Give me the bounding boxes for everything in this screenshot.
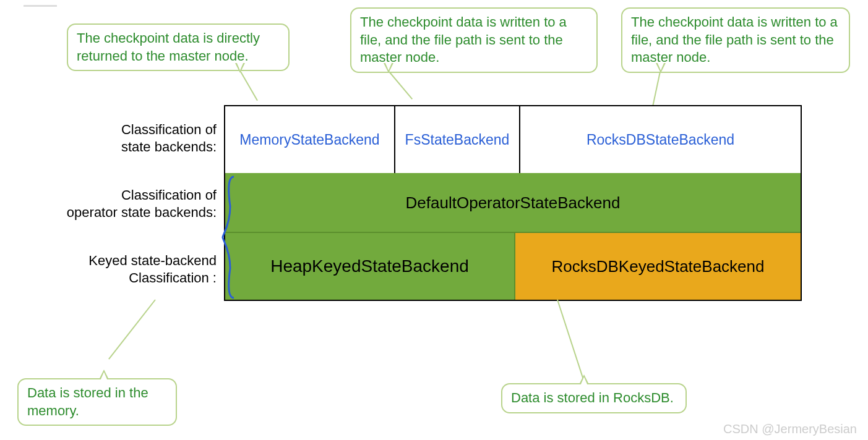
label-line: Keyed state-backend — [88, 253, 217, 268]
callout-text: The checkpoint data is directly returned… — [77, 30, 260, 64]
callout-text: Data is stored in RocksDB. — [511, 390, 674, 405]
label-state-backends: Classification of state backends: — [37, 121, 217, 155]
callout-memory-storage: Data is stored in the memory. — [17, 378, 177, 426]
callout-tail-inner — [100, 372, 108, 381]
brace-bracket-icon — [221, 176, 236, 299]
label-line: state backends: — [121, 139, 217, 154]
callout-tail-inner — [236, 62, 244, 70]
cell-fs-state-backend: FsStateBackend — [395, 106, 520, 173]
label-line: Classification of — [121, 122, 217, 137]
label-line: operator state backends: — [67, 205, 217, 220]
row-keyed-backend: HeapKeyedStateBackend RocksDBKeyedStateB… — [225, 232, 801, 300]
label-line: Classification of — [121, 187, 217, 203]
callout-tail-inner — [657, 62, 664, 70]
pointer-line — [389, 71, 413, 99]
cell-default-operator-state-backend: DefaultOperatorStateBackend — [406, 193, 621, 213]
callout-tail-inner — [385, 62, 392, 70]
callout-text: Data is stored in the memory. — [27, 385, 148, 418]
cell-memory-state-backend: MemoryStateBackend — [225, 106, 395, 173]
watermark-text: CSDN @JermeryBesian — [723, 422, 857, 436]
callout-tail-inner — [580, 377, 588, 386]
callout-text: The checkpoint data is written to a file… — [631, 14, 838, 65]
pointer-line — [108, 299, 156, 359]
label-line: Classification : — [129, 270, 217, 286]
row-operator-backend: DefaultOperatorStateBackend — [225, 173, 801, 232]
callout-rocksdb-storage: Data is stored in RocksDB. — [501, 383, 687, 413]
cell-rocksdb-keyed-state-backend: RocksDBKeyedStateBackend — [515, 233, 801, 300]
pointer-line — [557, 300, 585, 383]
decorative-line — [24, 5, 57, 7]
label-operator-state-backends: Classification of operator state backend… — [19, 187, 217, 221]
row-state-backends: MemoryStateBackend FsStateBackend RocksD… — [225, 106, 801, 173]
callout-text: The checkpoint data is written to a file… — [360, 14, 567, 65]
callout-memory-checkpoint: The checkpoint data is directly returned… — [67, 23, 290, 71]
pointer-line — [240, 72, 258, 101]
cell-rocksdb-state-backend: RocksDBStateBackend — [520, 106, 801, 173]
pointer-line — [652, 72, 661, 106]
label-keyed-state-backend: Keyed state-backend Classification : — [37, 252, 217, 286]
cell-heap-keyed-state-backend: HeapKeyedStateBackend — [225, 233, 515, 300]
backend-table: MemoryStateBackend FsStateBackend RocksD… — [224, 105, 802, 301]
